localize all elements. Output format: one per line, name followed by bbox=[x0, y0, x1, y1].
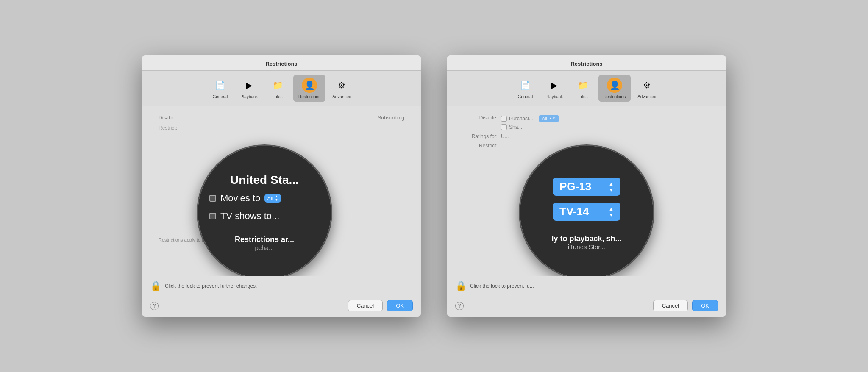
circle-movies-checkbox[interactable] bbox=[209, 195, 216, 202]
pg13-select[interactable]: PG-13 ▲▼ bbox=[553, 178, 620, 196]
toolbar-advanced[interactable]: ⚙ Advanced bbox=[327, 75, 356, 102]
lock-icon[interactable]: 🔒 bbox=[150, 280, 161, 291]
tv14-arrows: ▲▼ bbox=[609, 206, 614, 218]
r-ok-button[interactable]: OK bbox=[692, 300, 718, 311]
subscribing-label: Subscribing bbox=[378, 115, 404, 121]
r-files-icon: 📁 bbox=[576, 78, 591, 93]
left-footer-lock: 🔒 Click the lock to prevent further chan… bbox=[142, 276, 421, 296]
r-circle-footer1: ly to playback, sh... bbox=[551, 234, 621, 243]
right-toolbar-restrictions[interactable]: 👤 Restrictions bbox=[598, 75, 631, 102]
right-toolbar-files[interactable]: 📁 Files bbox=[570, 75, 597, 102]
circle-country: United Sta... bbox=[230, 173, 299, 187]
left-dialog: Restrictions 📄 General ▶ Playback 📁 File… bbox=[142, 55, 421, 317]
right-toolbar-advanced[interactable]: ⚙ Advanced bbox=[632, 75, 661, 102]
circle-tv-row: TV shows to... bbox=[209, 211, 320, 222]
right-dialog-title: Restrictions bbox=[447, 55, 726, 71]
circle-sub: pcha... bbox=[235, 244, 294, 251]
r-sharing-cb[interactable] bbox=[501, 124, 507, 130]
r-sharing-label: Sha... bbox=[509, 124, 522, 130]
r-ratings-label: Ratings for: bbox=[464, 133, 498, 139]
general-icon: 📄 bbox=[212, 78, 228, 93]
movies-select[interactable]: All ▲▼ bbox=[264, 194, 281, 203]
left-magnify-circle: United Sta... Movies to All ▲▼ TV shows … bbox=[197, 144, 332, 276]
r-playback-icon: ▶ bbox=[547, 78, 562, 93]
r-lock-icon[interactable]: 🔒 bbox=[455, 280, 467, 291]
toolbar-files[interactable]: 📁 Files bbox=[264, 75, 292, 102]
right-magnify-circle: PG-13 ▲▼ TV-14 ▲▼ ly to playback, sh... … bbox=[519, 144, 654, 276]
r-general-icon: 📄 bbox=[517, 78, 533, 93]
lock-text: Click the lock to prevent further change… bbox=[165, 282, 257, 290]
left-toolbar: 📄 General ▶ Playback 📁 Files 👤 Restricti… bbox=[142, 71, 421, 106]
right-toolbar: 📄 General ▶ Playback 📁 Files 👤 Restricti… bbox=[447, 71, 726, 106]
toolbar-general[interactable]: 📄 General bbox=[206, 75, 234, 102]
advanced-icon: ⚙ bbox=[334, 78, 349, 93]
r-restrictions-icon: 👤 bbox=[607, 78, 622, 93]
right-toolbar-general[interactable]: 📄 General bbox=[512, 75, 539, 102]
pg13-value: PG-13 bbox=[559, 180, 591, 193]
right-dialog: Restrictions 📄 General ▶ Playback 📁 File… bbox=[447, 55, 726, 317]
pg13-arrows: ▲▼ bbox=[609, 181, 614, 193]
r-lock-text: Click the lock to prevent fu... bbox=[470, 282, 534, 290]
r-purchasing-select[interactable]: All ▲▼ bbox=[539, 115, 559, 122]
r-restrict-label: Restrict: bbox=[464, 143, 498, 149]
disable-label: Disable: bbox=[159, 115, 177, 121]
circle-tv-checkbox[interactable] bbox=[209, 213, 216, 219]
help-button[interactable]: ? bbox=[150, 302, 159, 310]
left-dialog-title: Restrictions bbox=[142, 55, 421, 71]
r-disable-label: Disable: bbox=[464, 115, 498, 121]
r-help-button[interactable]: ? bbox=[455, 302, 464, 310]
ok-button[interactable]: OK bbox=[387, 300, 413, 311]
playback-icon: ▶ bbox=[242, 78, 257, 93]
right-toolbar-playback[interactable]: ▶ Playback bbox=[540, 75, 568, 102]
files-icon: 📁 bbox=[270, 78, 286, 93]
right-dialog-footer: ? Cancel OK bbox=[447, 296, 726, 317]
right-footer-lock: 🔒 Click the lock to prevent fu... bbox=[447, 276, 726, 296]
restrict-label: Restrict: bbox=[159, 125, 177, 131]
r-circle-footer2: iTunes Stor... bbox=[551, 243, 621, 250]
restrictions-icon: 👤 bbox=[302, 78, 317, 93]
r-purchasing-cb[interactable] bbox=[501, 116, 507, 122]
left-body: Disable: Subscribing Restrict: United St… bbox=[142, 106, 421, 276]
tv14-value: TV-14 bbox=[559, 205, 589, 218]
left-dialog-footer: ? Cancel OK bbox=[142, 296, 421, 317]
r-advanced-icon: ⚙ bbox=[639, 78, 654, 93]
circle-footer: Restrictions ar... bbox=[235, 235, 294, 244]
circle-tv-label: TV shows to... bbox=[220, 211, 279, 222]
cancel-button[interactable]: Cancel bbox=[348, 300, 383, 311]
right-body: Disable: Purchasi... All ▲▼ Sha... Ratin… bbox=[447, 106, 726, 276]
r-purchasing-label: Purchasi... bbox=[509, 116, 533, 122]
circle-movies-row: Movies to All ▲▼ bbox=[209, 193, 320, 204]
r-country: U... bbox=[501, 133, 509, 139]
toolbar-playback[interactable]: ▶ Playback bbox=[235, 75, 263, 102]
toolbar-restrictions[interactable]: 👤 Restrictions bbox=[293, 75, 326, 102]
circle-movies-label: Movies to bbox=[220, 193, 260, 204]
tv14-select[interactable]: TV-14 ▲▼ bbox=[553, 203, 620, 221]
r-cancel-button[interactable]: Cancel bbox=[653, 300, 688, 311]
